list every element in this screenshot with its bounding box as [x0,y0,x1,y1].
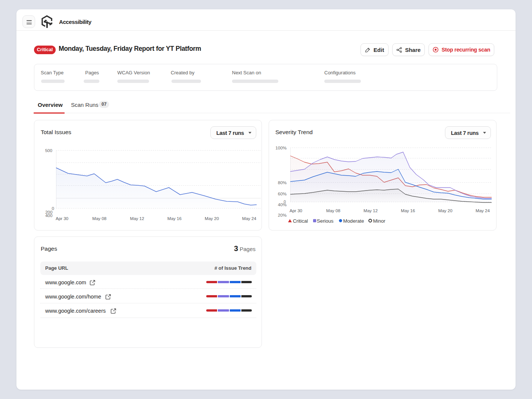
svg-text:Critical: Critical [293,218,308,224]
svg-text:Apr 30: Apr 30 [56,216,68,221]
svg-text:May 24: May 24 [476,208,490,213]
svg-text:400: 400 [45,213,52,218]
svg-text:May 16: May 16 [401,208,415,213]
svg-text:May 08: May 08 [326,208,340,213]
svg-text:40%: 40% [278,202,287,207]
svg-text:May 08: May 08 [92,216,106,221]
svg-text:Serious: Serious [317,218,334,224]
svg-text:100%: 100% [275,145,287,150]
svg-text:Moderate: Moderate [343,218,364,224]
svg-text:20%: 20% [278,213,287,217]
svg-text:500: 500 [45,148,52,153]
svg-text:60%: 60% [278,191,287,196]
svg-text:May 24: May 24 [242,216,257,221]
svg-text:May 12: May 12 [364,208,378,213]
svg-text:Minor: Minor [373,218,386,224]
svg-text:80%: 80% [278,180,287,185]
svg-text:Apr 30: Apr 30 [290,208,302,213]
svg-text:May 16: May 16 [167,216,182,221]
svg-text:May 20: May 20 [438,208,452,213]
svg-text:May 20: May 20 [205,216,219,221]
svg-text:May 12: May 12 [130,216,144,221]
